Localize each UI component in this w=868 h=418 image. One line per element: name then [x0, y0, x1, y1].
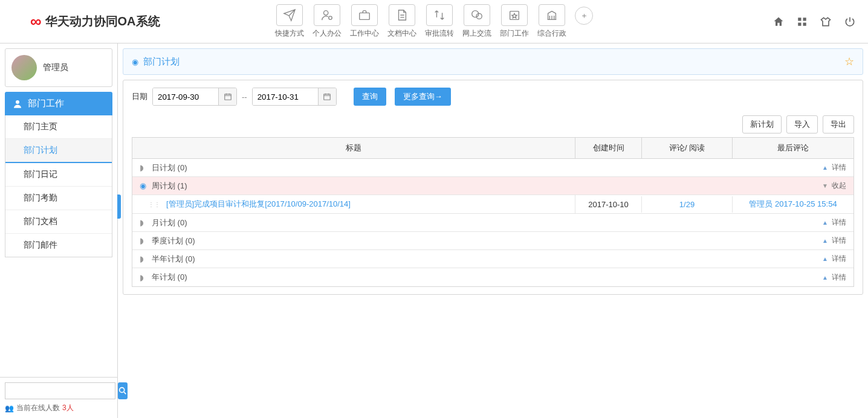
chevron-down-icon: ◉	[140, 181, 149, 190]
sidebar: 管理员 部门工作 部门主页 部门计划 部门日记 部门考勤 部门文档 部门邮件	[0, 43, 118, 418]
table-row: ⋮⋮ [管理员]完成项目审计和批复[2017/10/09-2017/10/14]…	[132, 195, 853, 214]
detail-link[interactable]: 详情	[832, 254, 846, 264]
col-comment-read: 评论/ 阅读	[642, 138, 733, 158]
cell-create-time: 2017-10-10	[575, 196, 642, 213]
user-gear-icon	[314, 4, 340, 26]
online-status: 👥 当前在线人数 3人	[5, 403, 112, 413]
app-title: 华天动力协同OA系统	[45, 13, 160, 30]
svg-rect-12	[224, 94, 231, 100]
menu-header[interactable]: 部门工作	[5, 92, 112, 115]
group-monthly[interactable]: ◗ 月计划 (0) ▲详情	[132, 214, 853, 232]
calendar-to-button[interactable]	[318, 88, 336, 105]
nav-approval[interactable]: 审批流转	[425, 4, 454, 39]
sidebar-item-diary[interactable]: 部门日记	[5, 163, 112, 187]
new-plan-button[interactable]: 新计划	[742, 115, 782, 133]
col-title: 标题	[132, 138, 575, 158]
filter-panel: 日期 -- 查询 更多查询→ 新计划 导入 导出	[123, 80, 863, 295]
sidebar-item-plan[interactable]: 部门计划	[5, 139, 112, 163]
import-button[interactable]: 导入	[786, 115, 818, 133]
nav-right	[772, 16, 856, 28]
shirt-icon[interactable]	[820, 16, 832, 28]
nav-communication[interactable]: 网上交流	[462, 4, 491, 39]
nav-personal[interactable]: 个人办公	[313, 4, 342, 39]
svg-rect-7	[803, 18, 806, 21]
nav-admin[interactable]: 综合行政	[537, 4, 566, 39]
query-button[interactable]: 查询	[354, 88, 386, 106]
svg-point-0	[324, 11, 328, 15]
document-icon	[389, 4, 415, 26]
svg-rect-6	[798, 18, 801, 21]
grid-icon[interactable]	[797, 16, 808, 27]
plan-title-link[interactable]: [管理员]完成项目审计和批复[2017/10/09-2017/10/14]	[166, 199, 351, 210]
collapse-link[interactable]: 收起	[832, 181, 846, 191]
building-icon	[539, 4, 565, 26]
group-halfyear[interactable]: ◗ 半年计划 (0) ▲详情	[132, 250, 853, 268]
chevron-right-icon: ◗	[140, 218, 149, 227]
group-year[interactable]: ◗ 年计划 (0) ▲详情	[132, 268, 853, 286]
home-icon[interactable]	[772, 16, 785, 28]
arrow-right-circle-icon: ◉	[132, 57, 138, 66]
panel-title-bar: ◉ 部门计划 ☆	[123, 48, 863, 75]
calendar-icon	[323, 92, 331, 101]
svg-point-10	[16, 100, 19, 104]
sidebar-bottom: 👥 当前在线人数 3人	[0, 377, 117, 418]
avatar	[11, 55, 37, 80]
comment-read-link[interactable]: 1/29	[679, 200, 695, 209]
date-from-box	[152, 88, 237, 106]
action-row: 新计划 导入 导出	[132, 115, 854, 133]
chevron-right-icon: ◗	[140, 236, 149, 245]
chat-icon	[464, 4, 490, 26]
group-quarter[interactable]: ◗ 季度计划 (0) ▲详情	[132, 232, 853, 250]
sidebar-item-home[interactable]: 部门主页	[5, 115, 112, 139]
user-box: 管理员	[5, 48, 112, 87]
sort-up-icon: ▲	[822, 274, 828, 281]
briefcase-icon	[351, 4, 378, 26]
calendar-from-button[interactable]	[218, 88, 236, 105]
svg-rect-13	[324, 94, 331, 100]
export-button[interactable]: 导出	[823, 115, 854, 133]
group-weekly[interactable]: ◉ 周计划 (1) ▼收起	[132, 177, 853, 195]
power-icon[interactable]	[844, 16, 856, 28]
plan-grid: 标题 创建时间 评论/ 阅读 最后评论 ◗ 日计划 (0) ▲详情 ◉ 周计划 …	[132, 137, 854, 287]
app-header: ∞ 华天动力协同OA系统 快捷方式 个人办公 工作中心 文档中心 审批流转 网上…	[0, 0, 868, 43]
search-icon	[118, 386, 128, 396]
app-logo: ∞ 华天动力协同OA系统	[30, 12, 160, 31]
date-range-dash: --	[242, 92, 247, 101]
svg-rect-5	[510, 11, 519, 20]
nav-add-button[interactable]: ＋	[575, 7, 593, 25]
last-comment-link[interactable]: 管理员 2017-10-25 15:54	[749, 199, 837, 208]
user-icon	[12, 98, 23, 109]
detail-link[interactable]: 详情	[832, 217, 846, 228]
sort-up-icon: ▲	[822, 164, 828, 171]
chevron-right-icon: ◗	[140, 163, 149, 172]
sidebar-collapse-handle[interactable]	[117, 195, 121, 219]
drag-handle-icon[interactable]: ⋮⋮	[148, 201, 160, 208]
search-button[interactable]	[118, 382, 128, 399]
favorite-star-icon[interactable]: ☆	[844, 55, 854, 68]
search-input[interactable]	[5, 382, 115, 399]
date-to-input[interactable]	[253, 88, 318, 105]
group-daily[interactable]: ◗ 日计划 (0) ▲详情	[132, 159, 853, 177]
people-icon: 👥	[5, 404, 14, 413]
nav-department[interactable]: 部门工作	[500, 4, 529, 39]
sidebar-item-mail[interactable]: 部门邮件	[5, 234, 112, 257]
star-calendar-icon	[501, 4, 528, 26]
date-to-box	[252, 88, 337, 106]
sort-up-icon: ▲	[822, 237, 828, 244]
user-name: 管理员	[43, 62, 68, 73]
detail-link[interactable]: 详情	[832, 272, 846, 283]
detail-link[interactable]: 详情	[832, 162, 846, 173]
col-last-comment: 最后评论	[733, 138, 853, 158]
sidebar-item-docs[interactable]: 部门文档	[5, 210, 112, 234]
nav-doccenter[interactable]: 文档中心	[387, 4, 416, 39]
date-from-input[interactable]	[153, 88, 218, 105]
nav-shortcut[interactable]: 快捷方式	[275, 4, 304, 39]
grid-header: 标题 创建时间 评论/ 阅读 最后评论	[132, 138, 853, 159]
svg-point-11	[120, 388, 125, 393]
nav-workcenter[interactable]: 工作中心	[350, 4, 379, 39]
chevron-right-icon: ◗	[140, 273, 149, 282]
detail-link[interactable]: 详情	[832, 236, 846, 246]
svg-rect-9	[803, 22, 806, 25]
sidebar-item-attendance[interactable]: 部门考勤	[5, 187, 112, 210]
more-query-button[interactable]: 更多查询→	[395, 88, 451, 106]
